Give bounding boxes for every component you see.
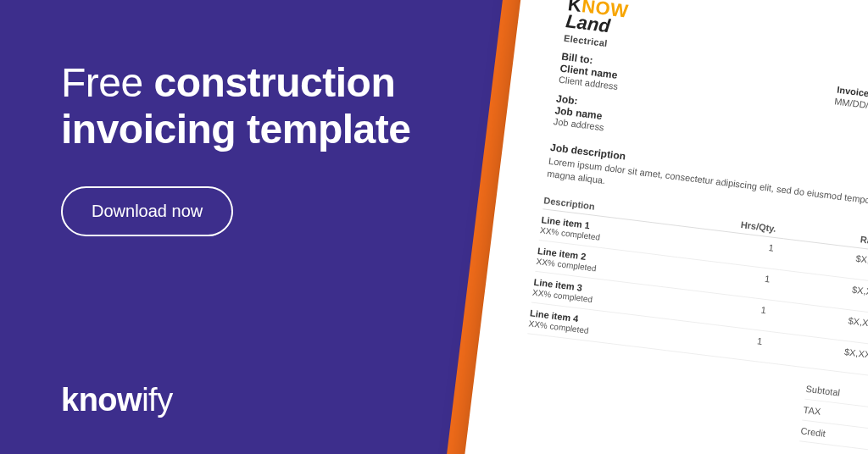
brand-logo: knowify (61, 382, 173, 418)
brand-o-icon: w (117, 382, 142, 418)
totals-block: Subtotal $X,XXX.XX TAX $X,XXX.XX Credit (799, 378, 868, 454)
invoice-meta: Invoice date: MM/DD/YYYY Please pay: $X,… (827, 84, 868, 187)
left-panel: Free construction invoicing template Dow… (0, 0, 475, 454)
invoice-preview: KNOW Land Electrical Invoice #XX Bill to… (475, 0, 868, 454)
bill-to-block: Bill to: Client name Client address Job:… (553, 51, 621, 134)
invoice-document: KNOW Land Electrical Invoice #XX Bill to… (458, 0, 868, 454)
invoice-date-value: MM/DD/YYYY (834, 96, 868, 113)
invoice-date: Invoice date: MM/DD/YYYY (827, 84, 868, 167)
line-items-table: Description Hrs/Qty. Rate/Price Subtotal… (527, 191, 868, 395)
subtotal-label: Subtotal (805, 383, 841, 397)
credit-label: Credit (800, 425, 826, 438)
brand-part2: ify (142, 382, 173, 418)
heading-light: Free (61, 60, 143, 105)
brand-part1: kno (61, 382, 117, 418)
tax-label: TAX (803, 404, 821, 416)
hero-heading: Free construction invoicing template (61, 59, 475, 152)
download-button[interactable]: Download now (61, 186, 233, 236)
